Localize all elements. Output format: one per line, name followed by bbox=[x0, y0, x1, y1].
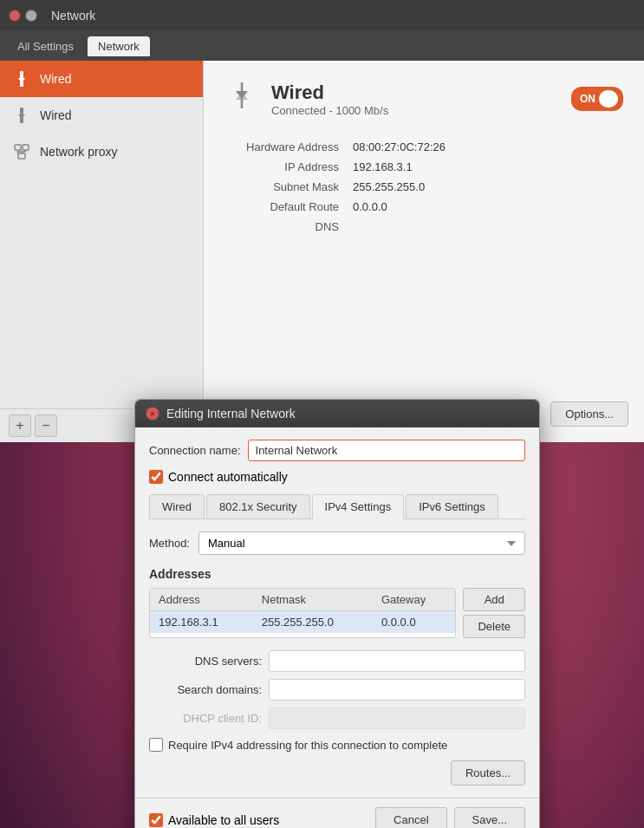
close-button[interactable] bbox=[9, 10, 21, 22]
addr-cell-netmask: 255.255.255.0 bbox=[253, 611, 373, 634]
table-row: Hardware Address 08:00:27:0C:72:26 bbox=[224, 137, 623, 157]
tab-network[interactable]: Network bbox=[88, 36, 150, 56]
footer-buttons: Cancel Save... bbox=[375, 807, 525, 828]
routes-button[interactable]: Routes... bbox=[451, 760, 525, 786]
detail-header: Wired Connected - 1000 Mb/s ON bbox=[224, 78, 623, 120]
dhcp-input bbox=[269, 707, 525, 729]
detail-wired-icon bbox=[224, 78, 259, 120]
sidebar-label-wired-active: Wired bbox=[40, 72, 72, 86]
field-label-dns: DNS bbox=[224, 217, 346, 237]
available-label: Available to all users bbox=[168, 813, 279, 827]
connect-auto-checkbox[interactable] bbox=[149, 470, 163, 484]
dhcp-label: DHCP client ID: bbox=[149, 712, 262, 725]
add-addr-button[interactable]: Add bbox=[463, 588, 525, 611]
addr-buttons: Add Delete bbox=[463, 588, 525, 638]
toggle-thumb bbox=[599, 90, 618, 108]
field-value-hw: 08:00:27:0C:72:26 bbox=[346, 137, 623, 157]
toggle-label: ON bbox=[580, 93, 595, 105]
titlebar: Network bbox=[0, 0, 644, 31]
detail-title-group: Wired Connected - 1000 Mb/s bbox=[271, 81, 388, 117]
dns-input[interactable] bbox=[269, 650, 525, 672]
method-label: Method: bbox=[149, 537, 190, 550]
tab-wired[interactable]: Wired bbox=[149, 494, 205, 518]
wired-icon bbox=[12, 69, 31, 88]
search-label: Search domains: bbox=[149, 683, 262, 696]
tab-ipv6[interactable]: IPv6 Settings bbox=[406, 494, 498, 518]
window-controls bbox=[9, 10, 37, 22]
addresses-title: Addresses bbox=[149, 567, 525, 581]
tab-8021x[interactable]: 802.1x Security bbox=[206, 494, 310, 518]
available-row: Available to all users bbox=[149, 813, 279, 827]
require-ipv4-row: Require IPv4 addressing for this connect… bbox=[149, 738, 525, 752]
detail-subtitle: Connected - 1000 Mb/s bbox=[271, 104, 388, 117]
addr-cell-gateway: 0.0.0.0 bbox=[373, 611, 456, 634]
field-label-subnet: Subnet Mask bbox=[224, 177, 346, 197]
dhcp-row: DHCP client ID: bbox=[149, 707, 525, 729]
tab-ipv4[interactable]: IPv4 Settings bbox=[312, 494, 405, 519]
connection-name-label: Connection name: bbox=[149, 444, 241, 457]
dns-label: DNS servers: bbox=[149, 655, 262, 668]
addresses-section: Addresses Address Netmask Gateway bbox=[149, 567, 525, 638]
cancel-button[interactable]: Cancel bbox=[375, 807, 446, 828]
sidebar-item-wired-active[interactable]: Wired bbox=[0, 61, 203, 97]
svg-marker-3 bbox=[18, 75, 25, 80]
table-row: DNS bbox=[224, 217, 623, 237]
field-value-route: 0.0.0.0 bbox=[346, 197, 623, 217]
addresses-table-wrap: Address Netmask Gateway 192.168.3.1 255.… bbox=[149, 588, 525, 638]
info-table: Hardware Address 08:00:27:0C:72:26 IP Ad… bbox=[224, 137, 623, 237]
detail-title: Wired bbox=[271, 81, 388, 104]
routes-bar: Routes... bbox=[149, 760, 525, 786]
field-value-subnet: 255.255.255.0 bbox=[346, 177, 623, 197]
remove-connection-button[interactable]: − bbox=[35, 414, 57, 437]
svg-rect-2 bbox=[20, 80, 23, 87]
sidebar-item-network-proxy[interactable]: Network proxy bbox=[0, 134, 203, 170]
field-value-ip: 192.168.3.1 bbox=[346, 157, 623, 177]
connection-name-input[interactable] bbox=[248, 440, 525, 461]
tab-all-settings[interactable]: All Settings bbox=[7, 36, 84, 56]
dialog-body: Connection name: Connect automatically W… bbox=[135, 427, 539, 798]
connection-name-row: Connection name: bbox=[149, 440, 525, 461]
connect-auto-row: Connect automatically bbox=[149, 470, 525, 484]
svg-rect-7 bbox=[15, 145, 21, 150]
sidebar: Wired Wired bbox=[0, 61, 204, 442]
col-gateway: Gateway bbox=[373, 589, 456, 611]
field-value-dns bbox=[346, 217, 623, 237]
field-label-route: Default Route bbox=[224, 197, 346, 217]
dialog-tabs: Wired 802.1x Security IPv4 Settings IPv6… bbox=[149, 494, 525, 519]
minimize-button[interactable] bbox=[25, 10, 37, 22]
toggle-on-button[interactable]: ON bbox=[571, 87, 623, 111]
addresses-table: Address Netmask Gateway 192.168.3.1 255.… bbox=[149, 588, 456, 638]
addr-row[interactable]: 192.168.3.1 255.255.255.0 0.0.0.0 bbox=[150, 611, 455, 634]
method-row: Method: Manual Automatic (DHCP) Link-Loc… bbox=[149, 531, 525, 555]
options-button[interactable]: Options... bbox=[550, 401, 628, 427]
add-connection-button[interactable]: + bbox=[9, 414, 31, 437]
require-ipv4-label: Require IPv4 addressing for this connect… bbox=[168, 739, 447, 752]
table-row: Default Route 0.0.0.0 bbox=[224, 197, 623, 217]
main-window: Wired Wired bbox=[0, 61, 644, 442]
require-ipv4-checkbox[interactable] bbox=[149, 738, 163, 752]
sidebar-label-wired-2: Wired bbox=[40, 108, 72, 122]
save-button[interactable]: Save... bbox=[454, 807, 525, 828]
window-title: Network bbox=[51, 9, 95, 23]
connect-auto-label: Connect automatically bbox=[168, 470, 288, 484]
svg-rect-9 bbox=[18, 153, 25, 159]
edit-dialog: × Editing Internal Network Connection na… bbox=[134, 399, 540, 828]
table-row: Subnet Mask 255.255.255.0 bbox=[224, 177, 623, 197]
svg-rect-4 bbox=[20, 108, 23, 114]
svg-rect-8 bbox=[23, 145, 29, 150]
addr-cell-address: 192.168.3.1 bbox=[150, 611, 253, 634]
available-checkbox[interactable] bbox=[149, 813, 163, 827]
col-address: Address bbox=[150, 589, 253, 611]
sidebar-item-wired-2[interactable]: Wired bbox=[0, 97, 203, 134]
delete-addr-button[interactable]: Delete bbox=[463, 615, 525, 638]
dialog-titlebar: × Editing Internal Network bbox=[135, 400, 539, 427]
search-domains-row: Search domains: bbox=[149, 679, 525, 701]
nav-tabs: All Settings Network bbox=[0, 31, 644, 61]
dialog-footer: Available to all users Cancel Save... bbox=[135, 798, 539, 828]
col-netmask: Netmask bbox=[253, 589, 373, 611]
method-select[interactable]: Manual Automatic (DHCP) Link-Local Only … bbox=[198, 531, 525, 555]
sidebar-label-network-proxy: Network proxy bbox=[40, 145, 117, 159]
wired-2-icon bbox=[12, 106, 31, 125]
dialog-close-button[interactable]: × bbox=[146, 407, 159, 421]
search-input[interactable] bbox=[269, 679, 525, 701]
